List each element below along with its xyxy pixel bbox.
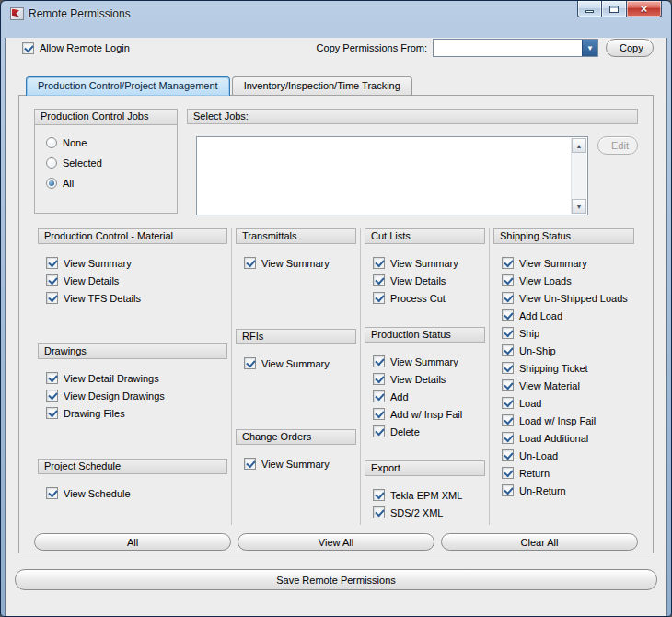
permission-checkbox-process-cut[interactable]: Process Cut <box>373 289 485 307</box>
permission-checkbox-view-summary[interactable]: View Summary <box>46 254 227 272</box>
checkbox-label: View Loads <box>519 275 572 286</box>
copy-permissions-combo[interactable]: ▼ <box>433 39 598 57</box>
permission-checkbox-load-additional[interactable]: Load Additional <box>502 429 634 447</box>
permission-checkbox-add[interactable]: Add <box>373 388 485 405</box>
copy-button[interactable]: Copy <box>606 39 654 57</box>
permission-checkbox-un-ship[interactable]: Un-Ship <box>502 342 634 359</box>
permission-checkbox-drawing-files[interactable]: Drawing Files <box>46 404 227 422</box>
permission-checkbox-add-load[interactable]: Add Load <box>502 307 634 324</box>
section-header: RFIs <box>236 329 356 344</box>
edit-button[interactable]: Edit <box>597 136 638 155</box>
close-button[interactable]: × <box>627 1 662 17</box>
permissions-grid: Production Control - MaterialView Summar… <box>34 228 638 525</box>
dialog-body: Allow Remote Login Copy Permissions From… <box>5 38 667 617</box>
checkbox-icon <box>502 484 514 496</box>
checkbox-label: View Summary <box>390 356 458 367</box>
permission-checkbox-view-summary[interactable]: View Summary <box>244 254 356 272</box>
maximize-button[interactable] <box>602 1 627 17</box>
permission-column: Cut ListsView SummaryView DetailsProcess… <box>360 228 489 525</box>
permission-checkbox-view-summary[interactable]: View Summary <box>502 254 634 272</box>
clear-all-button[interactable]: Clear All <box>441 533 638 551</box>
permission-checkbox-view-schedule[interactable]: View Schedule <box>46 484 227 502</box>
permission-checkbox-tekla-epm-xml[interactable]: Tekla EPM XML <box>373 486 485 504</box>
scroll-down-button[interactable]: ▼ <box>572 199 586 214</box>
permission-section: Project ScheduleView Schedule <box>38 459 227 502</box>
permission-checkbox-delete[interactable]: Delete <box>373 423 485 440</box>
tab-production-control[interactable]: Production Control/Project Management <box>26 76 230 96</box>
permission-section: Production StatusView SummaryView Detail… <box>365 327 485 440</box>
permission-checkbox-view-summary[interactable]: View Summary <box>244 455 356 472</box>
checkbox-icon <box>502 449 514 461</box>
copy-permissions-combo-field[interactable] <box>434 40 582 56</box>
section-header: Drawings <box>38 343 227 359</box>
radio-icon <box>46 157 57 169</box>
checkbox-icon <box>373 390 385 402</box>
permission-checkbox-return[interactable]: Return <box>502 464 634 482</box>
radio-none[interactable]: None <box>46 133 177 153</box>
listbox-scrollbar[interactable]: ▲ ▼ <box>571 138 586 214</box>
checkbox-label: View Summary <box>261 258 330 269</box>
permission-section: Production Control - MaterialView Summar… <box>38 228 227 307</box>
permission-checkbox-view-summary[interactable]: View Summary <box>373 353 485 370</box>
save-remote-permissions-button[interactable]: Save Remote Permissions <box>15 569 657 590</box>
permission-checkbox-add-w-insp-fail[interactable]: Add w/ Insp Fail <box>373 405 485 423</box>
checkbox-icon <box>373 355 385 367</box>
permission-checkbox-view-material[interactable]: View Material <box>502 377 634 394</box>
titlebar[interactable]: Remote Permissions × <box>5 1 667 26</box>
checkbox-label: View Summary <box>261 358 330 369</box>
tab-panel: Production Control Jobs None Selected <box>18 95 654 553</box>
permission-checkbox-view-summary[interactable]: View Summary <box>373 254 485 272</box>
section-header: Production Control - Material <box>38 228 227 244</box>
permission-checkbox-un-return[interactable]: Un-Return <box>502 482 634 499</box>
permission-checkbox-view-summary[interactable]: View Summary <box>244 355 356 372</box>
section-header: Production Status <box>365 327 485 343</box>
permission-checkbox-view-design-drawings[interactable]: View Design Drawings <box>46 387 227 404</box>
view-all-button[interactable]: View All <box>238 533 434 551</box>
radio-label: All <box>63 178 74 189</box>
permission-section: DrawingsView Detail DrawingsView Design … <box>38 343 227 422</box>
checkbox-label: View TFS Details <box>64 293 141 304</box>
checkbox-icon <box>46 292 58 304</box>
permission-section: RFIsView Summary <box>236 329 356 372</box>
minimize-button[interactable] <box>577 1 602 17</box>
permission-checkbox-view-details[interactable]: View Details <box>373 272 485 289</box>
permission-checkbox-load[interactable]: Load <box>502 394 634 412</box>
combo-dropdown-button[interactable]: ▼ <box>582 40 597 56</box>
permission-checkbox-view-tfs-details[interactable]: View TFS Details <box>46 289 227 307</box>
checkbox-label: View Design Drawings <box>64 390 165 402</box>
checkbox-icon <box>502 397 514 409</box>
checkbox-label: Un-Ship <box>519 345 556 356</box>
checkbox-icon <box>502 432 514 444</box>
checkbox-label: View Material <box>519 380 580 391</box>
permission-section: Shipping StatusView SummaryView LoadsVie… <box>493 228 634 499</box>
window-title: Remote Permissions <box>29 7 131 20</box>
checkbox-label: Load <box>519 398 541 409</box>
checkbox-icon <box>244 357 256 369</box>
permission-checkbox-un-load[interactable]: Un-Load <box>502 447 634 464</box>
permission-checkbox-view-un-shipped-loads[interactable]: View Un-Shipped Loads <box>502 289 634 307</box>
checkbox-label: View Summary <box>64 258 132 269</box>
jobs-listbox[interactable]: ▲ ▼ <box>196 136 588 215</box>
permission-checkbox-shipping-ticket[interactable]: Shipping Ticket <box>502 359 634 377</box>
permission-checkbox-load-w-insp-fail[interactable]: Load w/ Insp Fail <box>502 412 634 429</box>
checkbox-icon <box>373 506 385 518</box>
scroll-up-button[interactable]: ▲ <box>572 138 586 153</box>
allow-remote-login-checkbox[interactable]: Allow Remote Login <box>22 42 130 54</box>
section-header: Shipping Status <box>493 228 634 244</box>
all-button[interactable]: All <box>34 533 231 551</box>
permission-checkbox-sds-2-xml[interactable]: SDS/2 XML <box>373 504 485 521</box>
permission-checkbox-view-details[interactable]: View Details <box>46 272 227 289</box>
permission-checkbox-view-loads[interactable]: View Loads <box>502 272 634 289</box>
checkbox-label: Un-Return <box>519 485 566 496</box>
permission-column: Shipping StatusView SummaryView LoadsVie… <box>489 228 638 525</box>
section-header: Change Orders <box>236 429 356 445</box>
radio-all[interactable]: All <box>46 173 177 193</box>
permission-checkbox-view-detail-drawings[interactable]: View Detail Drawings <box>46 369 227 387</box>
checkbox-icon <box>46 390 58 402</box>
tab-inventory-inspection[interactable]: Inventory/Inspection/Time Tracking <box>232 76 412 95</box>
permission-checkbox-view-details[interactable]: View Details <box>373 370 485 388</box>
checkbox-icon <box>502 274 514 286</box>
radio-selected[interactable]: Selected <box>46 153 177 173</box>
checkbox-icon <box>46 274 58 286</box>
permission-checkbox-ship[interactable]: Ship <box>502 324 634 342</box>
